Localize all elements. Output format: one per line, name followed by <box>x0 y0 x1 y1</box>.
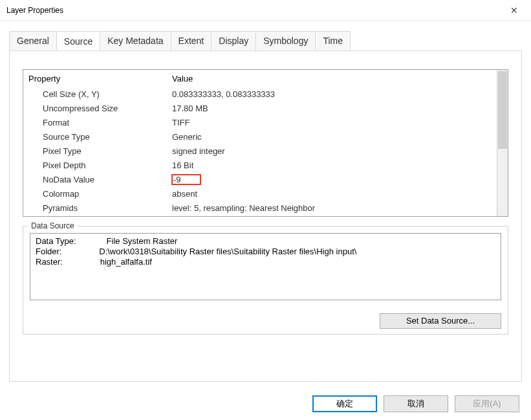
property-row[interactable]: FormatTIFF <box>23 115 497 129</box>
property-grid: Property Value Cell Size (X, Y)0.0833333… <box>23 69 508 217</box>
property-row[interactable]: Pixel Depth16 Bit <box>23 158 497 172</box>
property-grid-body: Property Value Cell Size (X, Y)0.0833333… <box>23 70 497 216</box>
property-row[interactable]: NoData Value-9 <box>23 172 497 186</box>
property-value: 17.80 MB <box>172 104 497 113</box>
property-value: TIFF <box>172 118 497 127</box>
tab-label: Time <box>323 36 343 46</box>
tab-symbology[interactable]: Symbology <box>256 32 316 50</box>
button-label: 应用(A) <box>473 398 501 410</box>
tab-display[interactable]: Display <box>211 32 256 50</box>
scrollbar-thumb[interactable] <box>498 71 507 149</box>
tab-general[interactable]: General <box>10 32 57 50</box>
property-row[interactable]: Uncompressed Size17.80 MB <box>23 101 497 115</box>
property-row[interactable]: Pixel Typesigned integer <box>23 144 497 158</box>
property-row[interactable]: Pyramidslevel: 5, resampling: Nearest Ne… <box>23 201 497 215</box>
property-row[interactable]: Colormapabsent <box>23 186 497 201</box>
button-label: Set Data Source... <box>406 316 475 326</box>
tab-source[interactable]: Source <box>57 32 100 51</box>
apply-button[interactable]: 应用(A) <box>455 395 519 412</box>
set-data-source-button[interactable]: Set Data Source... <box>380 313 501 329</box>
title-bar: Layer Properties ✕ <box>0 0 531 21</box>
data-source-text: Data Type: File System Raster Folder: D:… <box>30 234 501 300</box>
button-label: 确定 <box>336 398 353 410</box>
tab-time[interactable]: Time <box>316 32 350 50</box>
header-property: Property <box>23 74 172 83</box>
property-name: Pixel Depth <box>23 160 172 170</box>
tab-label: General <box>17 36 49 46</box>
property-name: Source Type <box>23 132 172 142</box>
property-name: Format <box>23 118 172 127</box>
tab-extent[interactable]: Extent <box>171 32 212 50</box>
tab-area: General Source Key Metadata Extent Displ… <box>0 21 531 382</box>
data-source-box: Data Type: File System Raster Folder: D:… <box>30 233 501 300</box>
property-value: 0.083333333, 0.083333333 <box>172 89 497 99</box>
tab-label: Extent <box>179 36 204 46</box>
button-label: 取消 <box>407 398 424 410</box>
property-name: Pyramids <box>23 203 172 213</box>
property-name: NoData Value <box>23 175 172 184</box>
property-grid-header: Property Value <box>23 70 497 87</box>
close-button[interactable]: ✕ <box>505 1 523 19</box>
property-row[interactable]: Cell Size (X, Y)0.083333333, 0.083333333 <box>23 87 497 101</box>
property-value: level: 5, resampling: Nearest Neighbor <box>172 203 497 213</box>
highlighted-value: -9 <box>172 175 200 184</box>
tab-label: Key Metadata <box>107 36 163 46</box>
property-grid-scrollbar[interactable] <box>497 70 508 216</box>
tab-key-metadata[interactable]: Key Metadata <box>100 32 171 50</box>
close-icon: ✕ <box>510 5 518 16</box>
tab-page-source: Property Value Cell Size (X, Y)0.0833333… <box>9 50 522 382</box>
tab-label: Symbology <box>263 36 308 46</box>
property-row[interactable]: Source TypeGeneric <box>23 129 497 144</box>
dialog-button-bar: 确定 取消 应用(A) <box>312 395 519 412</box>
property-name: Colormap <box>23 189 172 199</box>
property-value: signed integer <box>172 146 497 156</box>
property-name: Uncompressed Size <box>23 104 172 113</box>
data-source-group: Data Source Data Type: File System Raste… <box>23 226 508 335</box>
header-value: Value <box>172 74 497 83</box>
ok-button[interactable]: 确定 <box>312 395 377 412</box>
property-value: absent <box>172 189 497 199</box>
tab-strip: General Source Key Metadata Extent Displ… <box>9 31 351 50</box>
property-name: Pixel Type <box>23 146 172 156</box>
tab-label: Display <box>219 36 248 46</box>
data-source-legend: Data Source <box>28 221 77 230</box>
property-value: 16 Bit <box>172 160 497 170</box>
window-title: Layer Properties <box>6 6 63 15</box>
tab-label: Source <box>64 36 92 47</box>
property-name: Cell Size (X, Y) <box>23 89 172 99</box>
property-value: Generic <box>172 132 497 142</box>
cancel-button[interactable]: 取消 <box>384 395 448 412</box>
property-value: -9 <box>172 175 497 184</box>
